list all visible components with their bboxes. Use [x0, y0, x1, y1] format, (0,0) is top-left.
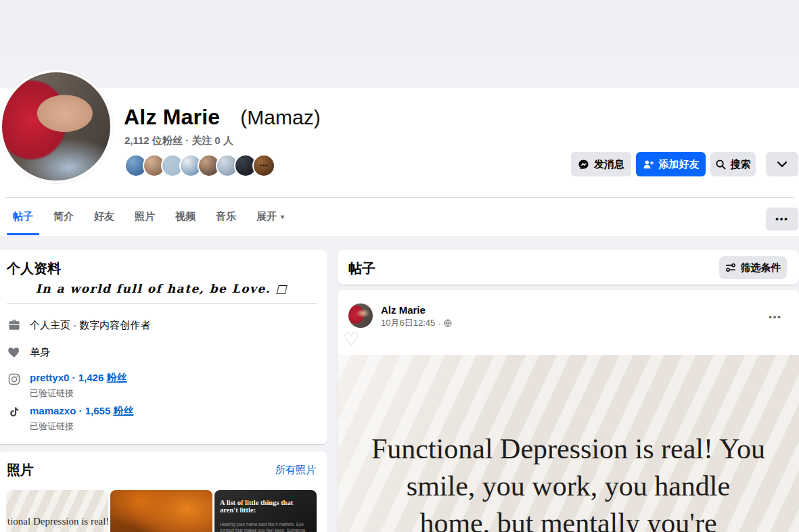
photos-title: 照片 — [7, 461, 34, 479]
search-button-label: 搜索 — [731, 158, 751, 171]
intro-card: 个人资料 In a world full of hate, be Love. □… — [0, 250, 327, 444]
thumbnail-title: A list of little things that aren't litt… — [220, 499, 313, 514]
profile-tabs: 帖子 简介 好友 照片 视频 音乐 展开 ▾ — [3, 198, 294, 235]
post-card: Alz Marie 10月6日12:45 · ♡ Functional Depr… — [338, 290, 799, 532]
followers-stats[interactable]: 2,112 位粉丝 · 关注 0 人 — [124, 135, 233, 147]
intro-row-instagram: prettyx0 · 1,426 粉丝 已验证链接 — [7, 372, 127, 400]
cover-photo[interactable] — [0, 0, 799, 88]
friend-avatar[interactable]: ••• — [252, 154, 275, 177]
filter-button[interactable]: 筛选条件 — [719, 256, 787, 279]
post-image[interactable]: Functional Depression is real! You smile… — [338, 355, 799, 532]
profile-name: Alz Marie — [124, 105, 220, 130]
tiktok-icon — [7, 405, 22, 420]
intro-row-tiktok: mamazxo · 1,655 粉丝 已验证链接 — [7, 405, 133, 433]
profile-more-button[interactable] — [766, 152, 798, 176]
thumbnail-lines: Hearing your name said like it matters. … — [220, 521, 313, 532]
tab-videos[interactable]: 视频 — [165, 198, 206, 235]
facebook-profile-page: Alz Marie (Mamaz) 2,112 位粉丝 · 关注 0 人 •••… — [0, 0, 799, 532]
intro-divider — [7, 303, 317, 304]
photos-card: 照片 所有照片 tional Depression is real! A lis… — [0, 452, 327, 532]
friends-avatars: ••• — [124, 154, 275, 177]
tiktok-link[interactable]: mamazxo · 1,655 粉丝 — [30, 405, 133, 416]
post-body-heart: ♡ — [343, 329, 359, 349]
ellipsis-icon: ••• — [775, 216, 789, 222]
post-author-name[interactable]: Alz Marie — [381, 304, 426, 316]
profile-name-row: Alz Marie (Mamaz) — [124, 105, 321, 130]
message-button-label: 发消息 — [594, 158, 624, 171]
photo-thumbnail-list[interactable]: A list of little things that aren't litt… — [214, 490, 317, 532]
person-add-icon — [643, 159, 654, 170]
briefcase-icon — [7, 318, 22, 333]
chevron-down-icon — [777, 160, 787, 168]
see-all-photos-link[interactable]: 所有照片 — [275, 464, 316, 477]
photo-thumbnails: tional Depression is real! A list of lit… — [6, 490, 317, 532]
tab-music[interactable]: 音乐 — [206, 198, 246, 235]
tabs-more-button[interactable]: ••• — [766, 208, 798, 231]
intro-title: 个人资料 — [7, 260, 61, 278]
intro-work-text: 个人主页 · 数字内容创作者 — [30, 318, 150, 332]
post-timestamp[interactable]: 10月6日12:45 · — [381, 317, 452, 329]
instagram-icon — [7, 372, 22, 387]
tab-photos[interactable]: 照片 — [124, 198, 165, 235]
filter-button-label: 筛选条件 — [741, 262, 781, 274]
tab-posts[interactable]: 帖子 — [3, 198, 43, 235]
message-button[interactable]: 发消息 — [571, 152, 631, 176]
intro-row-work: 个人主页 · 数字内容创作者 — [7, 318, 150, 333]
post-author-avatar[interactable] — [348, 304, 373, 328]
posts-title: 帖子 — [348, 260, 375, 278]
tab-expand[interactable]: 展开 ▾ — [246, 198, 294, 235]
profile-alias: (Mamaz) — [240, 106, 320, 129]
intro-row-relationship: 单身 — [7, 345, 50, 360]
thumbnail-caption: tional Depression is real! — [7, 516, 108, 527]
post-image-quote: Functional Depression is real! You smile… — [338, 431, 799, 532]
tiktok-verified-label: 已验证链接 — [30, 420, 133, 433]
intro-relationship-text: 单身 — [30, 345, 50, 359]
search-button[interactable]: 搜索 — [710, 152, 756, 176]
post-more-button[interactable]: ••• — [762, 308, 789, 327]
tab-friends[interactable]: 好友 — [84, 198, 124, 235]
filters-icon — [725, 262, 736, 273]
messenger-icon — [578, 159, 589, 170]
globe-icon — [444, 319, 452, 327]
profile-picture[interactable] — [0, 70, 113, 183]
instagram-link[interactable]: prettyx0 · 1,426 粉丝 — [30, 372, 127, 383]
profile-bio: In a world full of hate, be Love. □ — [0, 282, 327, 295]
heart-icon — [7, 345, 22, 360]
photo-thumbnail-quote[interactable]: tional Depression is real! — [6, 490, 108, 532]
photo-thumbnail-autumn[interactable] — [110, 490, 212, 532]
search-icon — [716, 160, 726, 170]
caret-down-icon: ▾ — [281, 213, 284, 220]
tab-about[interactable]: 简介 — [43, 198, 84, 235]
add-friend-button-label: 添加好友 — [659, 158, 700, 171]
instagram-verified-label: 已验证链接 — [30, 387, 127, 400]
add-friend-button[interactable]: 添加好友 — [636, 152, 706, 176]
